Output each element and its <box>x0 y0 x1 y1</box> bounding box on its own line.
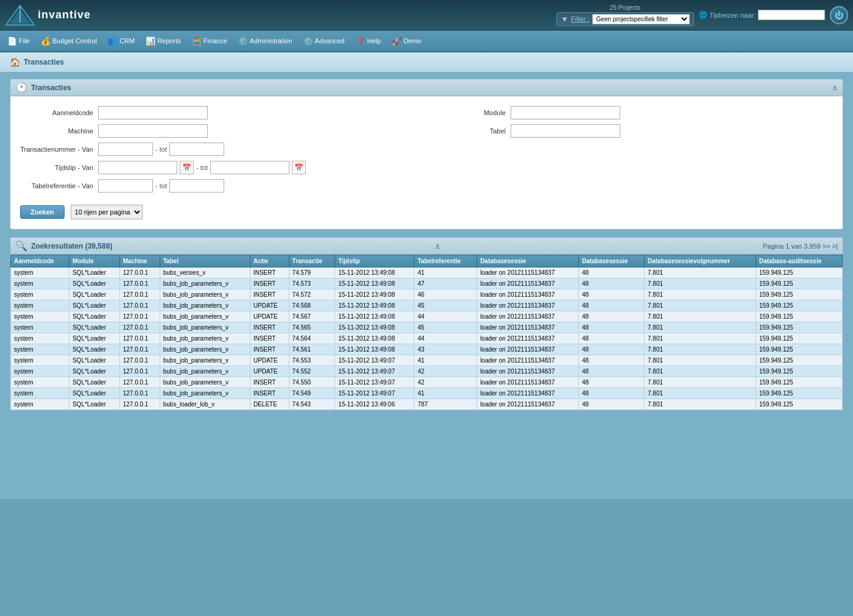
table-cell: 7.801 <box>645 322 756 333</box>
administration-icon: ⚙️ <box>238 37 248 46</box>
nav-item-administration[interactable]: ⚙️ Administration <box>233 34 297 48</box>
table-cell: INSERT <box>250 333 289 344</box>
table-cell: 127.0.0.1 <box>119 333 160 344</box>
finance-icon: 🧮 <box>192 37 202 46</box>
transactienummer-van-input[interactable] <box>98 143 153 156</box>
table-row: systemSQL*Loader127.0.0.1bubs_job_parame… <box>11 289 843 300</box>
table-cell: 48 <box>579 311 645 322</box>
nav-item-crm[interactable]: 👥 CRM <box>103 34 140 48</box>
table-cell: loader on 20121115134837 <box>477 355 579 366</box>
form-actions: Zoeken 10 rijen per pagina 25 rijen per … <box>20 205 833 219</box>
table-cell: 15-11-2012 13:49:08 <box>335 333 414 344</box>
tijdstip-tot-calendar-button[interactable]: 📅 <box>292 161 306 174</box>
table-cell: 42 <box>414 366 477 377</box>
pagination-last[interactable]: >| <box>832 243 838 250</box>
tabel-label: Tabel <box>433 127 506 135</box>
table-row: systemSQL*Loader127.0.0.1bubs_job_parame… <box>11 311 843 322</box>
zoeken-button[interactable]: Zoeken <box>20 205 65 219</box>
table-cell: 15-11-2012 13:49:06 <box>335 399 414 410</box>
collapse-button[interactable]: ∧ <box>832 83 838 93</box>
table-cell: SQL*Loader <box>69 366 119 377</box>
nav-label-help: Help <box>367 37 381 44</box>
table-cell: 48 <box>579 399 645 410</box>
filter-label[interactable]: Filter : <box>571 15 590 23</box>
nav-item-advanced[interactable]: ⚙️ Advanced <box>299 34 350 48</box>
tijdstip-van-input[interactable] <box>98 161 177 174</box>
transactienummer-row: Transactienummer - Van - tot <box>20 143 420 156</box>
table-header-row: Aanmeldcode Module Machine Tabel Actie T… <box>11 255 843 267</box>
table-row: systemSQL*Loader127.0.0.1bubs_job_parame… <box>11 388 843 399</box>
search-panel-header: 🕐 Transacties ∧ <box>10 79 843 96</box>
table-cell: bubs_job_parameters_v <box>160 366 250 377</box>
left-form-column: Aanmeldcode Machine Transactienummer - V… <box>20 106 420 197</box>
table-row: systemSQL*Loader127.0.0.1bubs_job_parame… <box>11 355 843 366</box>
table-cell: 48 <box>579 333 645 344</box>
table-row: systemSQL*Loader127.0.0.1bubs_job_parame… <box>11 333 843 344</box>
nav-item-help[interactable]: ❓ Help <box>351 34 386 48</box>
table-cell: SQL*Loader <box>69 322 119 333</box>
nav-item-reports[interactable]: 📊 Reports <box>141 34 186 48</box>
transactienummer-label: Transactienummer - Van <box>20 146 93 153</box>
results-panel-title: Zoekresultaten (39,588) <box>31 242 112 250</box>
nav-item-file[interactable]: 📄 File <box>2 34 35 48</box>
rows-per-page-select[interactable]: 10 rijen per pagina 25 rijen per pagina … <box>71 205 143 219</box>
table-cell: loader on 20121115134837 <box>477 311 579 322</box>
nav-item-finance[interactable]: 🧮 Finance <box>187 34 232 48</box>
power-button[interactable]: ⏻ <box>830 6 848 24</box>
table-cell: bubs_job_parameters_v <box>160 377 250 388</box>
aanmeldcode-input[interactable] <box>98 106 208 119</box>
logo-text: invantive <box>38 9 91 21</box>
table-cell: 45 <box>414 322 477 333</box>
table-cell: INSERT <box>250 267 289 278</box>
pagination-next[interactable]: >> <box>823 243 830 250</box>
nav-label-file: File <box>19 37 30 44</box>
table-cell: SQL*Loader <box>69 289 119 300</box>
table-cell: 7.801 <box>645 311 756 322</box>
search-panel: 🕐 Transacties ∧ Aanmeldcode Machine <box>10 79 843 230</box>
top-right-controls: 25 Projects ▼ Filter : Geen projectspeci… <box>556 4 848 26</box>
tabelreferentie-van-input[interactable] <box>98 179 153 193</box>
tabelreferentie-range: - tot <box>98 179 224 193</box>
module-input[interactable] <box>511 106 620 119</box>
tabelreferentie-tot-input[interactable] <box>169 179 224 193</box>
tijdstip-tot-input[interactable] <box>210 161 289 174</box>
results-table-container: Aanmeldcode Module Machine Tabel Actie T… <box>10 255 843 410</box>
tijdstip-van-calendar-button[interactable]: 📅 <box>180 161 194 174</box>
table-cell: loader on 20121115134837 <box>477 344 579 355</box>
table-cell: 127.0.0.1 <box>119 267 160 278</box>
table-cell: system <box>11 377 69 388</box>
table-cell: SQL*Loader <box>69 399 119 410</box>
table-cell: bubs_versies_v <box>160 267 250 278</box>
nav-item-demo[interactable]: 🚀 Demo <box>387 34 426 48</box>
table-cell: INSERT <box>250 377 289 388</box>
nav-item-budget[interactable]: 💰 Budget Control <box>36 34 102 48</box>
results-collapse-button[interactable]: ∧ <box>434 241 441 251</box>
table-cell: 15-11-2012 13:49:08 <box>335 300 414 311</box>
table-cell: 7.801 <box>645 289 756 300</box>
table-cell: INSERT <box>250 322 289 333</box>
transactienummer-range: - tot <box>98 143 224 156</box>
table-cell: bubs_job_parameters_v <box>160 278 250 289</box>
tijdreizen-icon: 🌐 <box>699 11 707 19</box>
filter-select[interactable]: Geen projectspecifiek filter <box>592 14 690 24</box>
col-module: Module <box>69 255 119 267</box>
tijdreizen-area: 🌐 Tijdreizen naar: <box>699 10 825 20</box>
machine-input[interactable] <box>98 124 208 138</box>
filter-icon[interactable]: ▼ <box>561 15 568 24</box>
table-cell: 127.0.0.1 <box>119 366 160 377</box>
clock-icon: 🕐 <box>15 82 27 93</box>
table-cell: system <box>11 267 69 278</box>
module-label: Module <box>433 109 506 116</box>
table-cell: loader on 20121115134837 <box>477 377 579 388</box>
col-tabel: Tabel <box>160 255 250 267</box>
transactienummer-tot-input[interactable] <box>169 143 224 156</box>
table-body: systemSQL*Loader127.0.0.1bubs_versies_vI… <box>11 267 843 410</box>
table-cell: bubs_job_parameters_v <box>160 311 250 322</box>
table-cell: 15-11-2012 13:49:08 <box>335 344 414 355</box>
table-cell: 74.567 <box>289 311 335 322</box>
tijdreizen-input[interactable] <box>758 10 825 20</box>
pagination-info: Pagina 1 van 3.959 >> >| <box>763 243 838 250</box>
table-cell: 74.549 <box>289 388 335 399</box>
tabel-input[interactable] <box>511 124 620 138</box>
table-cell: 74.552 <box>289 366 335 377</box>
